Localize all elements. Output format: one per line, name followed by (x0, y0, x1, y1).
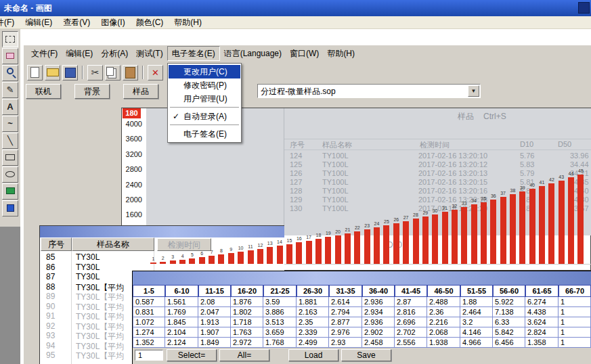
sample-button[interactable]: 样品 (123, 84, 158, 99)
paint-view-menu[interactable]: 查看(V) (58, 16, 95, 28)
delete-button[interactable] (148, 65, 163, 81)
save-button[interactable]: Save (341, 349, 391, 361)
paint-colors-menu[interactable]: 颜色(C) (131, 16, 169, 28)
chart-bar (403, 221, 409, 264)
analysis-menu[interactable]: 分析(A) (97, 46, 132, 61)
change-user-item[interactable]: 更改用户(C) (169, 65, 240, 78)
chart-bar (218, 254, 224, 264)
save-icon (63, 66, 77, 80)
chart-bar-label: 30 (430, 208, 440, 213)
chart-bar (510, 194, 516, 264)
table-cell: 2.068 (427, 327, 460, 338)
file-menu[interactable]: 文件(F) (27, 46, 62, 61)
axis-max-badge: 180 (123, 108, 141, 118)
paint-image-menu[interactable]: 图像(I) (95, 16, 130, 28)
sop-combobox[interactable]: 分过程-微量样品.sop ▼ (257, 84, 481, 98)
esign-dropdown-menu: 更改用户(C)修改密码(P)用户管理(U)自动登录(A)电子签名(E) (167, 63, 242, 143)
auto-login-item[interactable]: 自动登录(A) (169, 110, 240, 123)
table-cell: 2.499 (297, 338, 329, 348)
range-column-header: 11-15 (198, 285, 231, 297)
table-cell: 2.816 (395, 307, 427, 317)
sample-ghost-caption-label: 样品 (458, 112, 474, 121)
pencil-tool[interactable]: ✎ (2, 82, 18, 98)
new-file-icon (28, 66, 42, 80)
user-management-item[interactable]: 用户管理(U) (169, 92, 240, 106)
language-menu[interactable]: 语言(Language) (220, 46, 286, 61)
table-cell: 2.87 (395, 297, 427, 307)
ghost-table-header: 检测时间 (414, 140, 515, 150)
table-cell: 6.33 (493, 317, 525, 327)
table-cell: 2.936 (362, 317, 395, 327)
change-password-item[interactable]: 修改密码(P) (169, 78, 240, 92)
paint-help-menu[interactable]: 帮助(H) (169, 16, 207, 28)
paste-button[interactable] (123, 65, 138, 81)
ghost-table-cell: 126 (290, 169, 302, 177)
y-axis-tick: 3600 (121, 135, 142, 143)
paint-menu-bar: 文件(F)编辑(E)查看(V)图像(I)颜色(C)帮助(H) (0, 16, 591, 29)
text-tool[interactable]: A (2, 99, 18, 115)
window-menu[interactable]: 窗口(W) (286, 46, 323, 61)
all-button[interactable]: All= (219, 349, 269, 361)
paint-title-bar[interactable]: 未命名 - 画图 (0, 0, 591, 16)
ghost-table-cell: 2017-02-16 13:20:13 (418, 169, 487, 177)
save-button[interactable] (62, 65, 78, 81)
monitor-tool[interactable] (2, 183, 18, 200)
curve-tool[interactable]: ~ (2, 116, 18, 132)
column-header-name[interactable]: 样品名称 (72, 237, 154, 251)
copy-button[interactable] (105, 65, 121, 81)
table-cell: 2.488 (427, 297, 460, 307)
help-menu[interactable]: 帮助(H) (323, 46, 359, 61)
range-column-header: 36-40 (362, 285, 395, 297)
brush-tool[interactable] (2, 200, 18, 217)
new-file-button[interactable] (27, 65, 43, 81)
select-tool[interactable] (2, 31, 18, 47)
background-button[interactable]: 背景 (74, 84, 110, 99)
chart-bar (471, 204, 477, 264)
load-button[interactable]: Load (288, 349, 338, 361)
eraser-tool[interactable] (2, 48, 18, 64)
table-cell: 1.072 (133, 317, 165, 327)
chart-bar-label: 28 (411, 212, 421, 217)
select-button[interactable]: Select= (167, 349, 217, 361)
chevron-down-icon[interactable]: ▼ (468, 85, 479, 97)
count-input[interactable]: 1 (135, 350, 163, 361)
chart-bar (179, 260, 185, 264)
chart-bar-label: 9 (226, 247, 236, 252)
range-column-header: 31-35 (329, 285, 362, 297)
magnifier-tool[interactable] (2, 65, 18, 81)
table-cell: 2.047 (198, 307, 231, 317)
column-header-id[interactable]: 序号 (41, 237, 72, 251)
ghost-table-cell: TY100L (322, 169, 349, 177)
esign-menu[interactable]: 电子签名(E) (167, 46, 220, 61)
paint-edit-menu[interactable]: 编辑(E) (20, 16, 58, 28)
table-cell: 1.938 (427, 338, 460, 348)
online-button[interactable]: 联机 (26, 84, 61, 99)
esign-item[interactable]: 电子签名(E) (169, 127, 240, 141)
table-cell: 7.138 (493, 307, 525, 317)
table-cell: 2.339 (297, 327, 329, 338)
range-column-header: 6-10 (165, 285, 198, 297)
ellipse-tool[interactable] (2, 166, 18, 183)
test-menu[interactable]: 测试(T) (132, 46, 167, 61)
table-cell: 1.845 (165, 317, 198, 327)
cut-button[interactable] (87, 65, 103, 81)
pencil-tool-icon: ✎ (3, 84, 18, 96)
chart-bar-label: 31 (440, 206, 450, 210)
curve-tool-icon: ~ (3, 118, 18, 130)
chart-bar (364, 229, 370, 264)
ghost-table-cell: 33.96 (570, 152, 589, 160)
window-control-partial[interactable] (578, 2, 590, 14)
toolbar-separator (142, 66, 144, 79)
table-cell: 5.922 (493, 297, 525, 307)
line-tool[interactable]: ╲ (2, 133, 18, 149)
range-column-header: 41-45 (395, 285, 427, 297)
open-file-button[interactable] (45, 65, 60, 81)
sample-name: TY30L (76, 263, 100, 272)
paint-file-menu[interactable]: 文件(F) (0, 16, 20, 28)
ghost-table-cell: TY100L (322, 196, 349, 204)
rectangle-tool[interactable] (2, 150, 18, 166)
sample-name: TY30L (76, 252, 100, 262)
edit-menu[interactable]: 编辑(E) (62, 46, 97, 61)
sample-id: 88 (46, 282, 55, 292)
sample-id: 94 (46, 341, 55, 350)
